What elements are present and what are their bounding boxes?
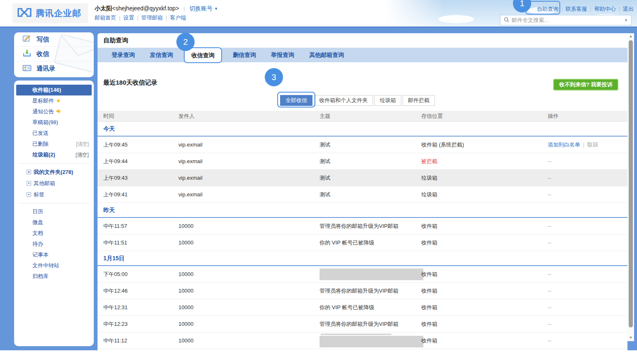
vertical-scrollbar[interactable]: ▲ ▼ [627, 33, 634, 341]
top-link-help-center[interactable]: 帮助中心 [594, 6, 616, 12]
page-title: 自助查询 [103, 37, 128, 44]
cell-subject: 测试 [320, 174, 421, 182]
cell-location: 垃圾箱 [421, 191, 548, 198]
compose-button[interactable]: 写信 [14, 32, 94, 47]
cell-sender: 10000 [178, 239, 320, 246]
compose-label: 写信 [37, 36, 49, 44]
separator: | [183, 6, 185, 12]
cell-subject: 测试 [320, 141, 421, 149]
top-link-logout[interactable]: 退出 [623, 6, 634, 12]
cell-actions: -- [548, 321, 627, 327]
receive-button[interactable]: 收信 [14, 47, 94, 61]
sidebar-tree-item[interactable]: +我的文件夹(278) [14, 166, 94, 178]
chevron-down-icon: ▼ [214, 7, 218, 11]
folder-label: 草稿箱(98) [32, 119, 58, 125]
sidebar-tree-item[interactable]: +其他邮箱 [14, 178, 94, 189]
tab-report-query[interactable]: 举报查询 [264, 48, 302, 62]
cell-location: 收件箱 [421, 320, 548, 328]
nav-link-admin-mail[interactable]: 管理邮箱 [141, 15, 163, 21]
separator: | [137, 15, 138, 21]
empty-folder-link[interactable]: [清空] [76, 139, 89, 149]
filter-inbox-personal-folders[interactable]: 收件箱和个人文件夹 [314, 95, 373, 106]
annotation-circle-3: 3 [265, 68, 283, 86]
empty-folder-link[interactable]: [清空] [76, 149, 89, 160]
expand-plus-icon[interactable]: + [27, 192, 31, 197]
nav-link-mail-home[interactable]: 邮箱首页 [95, 15, 116, 21]
cell-sender: 10000 [178, 337, 320, 344]
scroll-up-icon[interactable]: ▲ [627, 34, 634, 38]
no-action-text: -- [548, 239, 552, 246]
table-row: 上午09:44vip.exmail测试被拦截-- [98, 153, 627, 170]
cell-actions: -- [548, 191, 627, 198]
app-list: 日历微盘文档待办记事本文件中转站归档库 [14, 206, 94, 282]
cell-subject: 管理员将你的邮箱升级为VIP邮箱 [320, 320, 421, 328]
cell-time: 中午11:12 [98, 337, 178, 344]
table-row: 中午11:5710000管理员将你的邮箱升级为VIP邮箱收件箱-- [98, 218, 627, 235]
cell-actions: -- [548, 288, 627, 294]
scroll-down-icon[interactable]: ▼ [627, 336, 634, 340]
filter-junk-box[interactable]: 垃圾箱 [374, 95, 401, 106]
inbox-icon [22, 49, 32, 59]
cell-time: 上午09:44 [98, 158, 178, 165]
filter-mail-intercept[interactable]: 邮件拦截 [403, 95, 435, 106]
section-title: 最近180天收信记录 [103, 79, 157, 87]
cell-time: 上午09:45 [98, 141, 178, 149]
sidebar-app-item[interactable]: 待办 [14, 239, 94, 249]
date-group-header: 昨天 [98, 203, 627, 218]
cell-location: 收件箱 [421, 239, 548, 247]
scrollbar-thumb[interactable] [629, 40, 633, 327]
nav-link-settings[interactable]: 设置 [123, 15, 134, 21]
sidebar-tree-item[interactable]: +标签 [14, 189, 94, 200]
separator: | [166, 15, 167, 21]
table-row: 上午09:43vip.exmail测试垃圾箱-- [98, 170, 627, 186]
tab-send-query[interactable]: 发信查询 [142, 48, 181, 62]
sidebar-folder-item[interactable]: 通知公告 [14, 106, 94, 117]
search-dropdown-icon[interactable]: ▼ [624, 18, 628, 22]
switch-account-link[interactable]: 切换账号 ▼ [189, 5, 218, 12]
redacted-subject-block [320, 269, 423, 280]
sidebar-folder-item[interactable]: 已删除[清空] [14, 139, 94, 149]
exmail-logo-icon [17, 7, 32, 19]
tab-other-mailbox-query[interactable]: 其他邮箱查询 [302, 48, 351, 62]
speaker-icon [54, 108, 61, 115]
no-action-text: -- [548, 337, 552, 344]
add-whitelist-link[interactable]: 添加到白名单 [548, 142, 580, 148]
no-action-text: -- [548, 304, 552, 310]
mail-search-box[interactable]: 邮件全文搜索... ▼ [500, 15, 632, 25]
no-action-text: -- [548, 271, 552, 277]
sidebar-app-item[interactable]: 文件中转站 [14, 260, 94, 271]
sidebar-folder-item[interactable]: 垃圾箱(2)[清空] [14, 149, 94, 160]
table-row: 中午11:1210000收件箱-- [98, 332, 627, 349]
sidebar-app-item[interactable]: 微盘 [14, 217, 94, 228]
sidebar-folder-item[interactable]: 草稿箱(98) [14, 117, 94, 128]
sidebar-folder-item[interactable]: 收件箱(146) [16, 85, 92, 95]
retrieve-link[interactable]: 取回 [587, 142, 598, 148]
sidebar-app-item[interactable]: 日历 [14, 206, 94, 217]
complaint-button[interactable]: 收不到来信? 我要投诉 [553, 79, 618, 90]
nav-link-client[interactable]: 客户端 [170, 15, 186, 21]
cell-location: 被拦截 [421, 158, 548, 165]
table-row: 中午12:3110000你的 VIP 帐号已被降级收件箱-- [98, 299, 627, 316]
contacts-button[interactable]: 通讯录 [14, 61, 94, 76]
cell-location: 收件箱 [421, 271, 548, 278]
cell-subject: 你的 VIP 帐号已被降级 [320, 239, 421, 247]
folder-list: 收件箱(146)星标邮件★通知公告草稿箱(98)已发送已删除[清空]垃圾箱(2)… [14, 81, 94, 160]
no-action-text: -- [548, 158, 552, 164]
sidebar-app-item[interactable]: 文档 [14, 228, 94, 239]
cell-actions: -- [548, 175, 627, 181]
expand-plus-icon[interactable]: + [27, 181, 31, 186]
top-link-contact-support[interactable]: 联系客服 [566, 6, 587, 12]
sidebar-app-item[interactable]: 记事本 [14, 249, 94, 260]
separator: | [583, 142, 584, 148]
expand-plus-icon[interactable]: + [27, 170, 31, 174]
tab-login-query[interactable]: 登录查询 [104, 48, 142, 62]
query-tabbar: 登录查询发信查询收信查询删信查询举报查询其他邮箱查询 [98, 48, 627, 62]
sidebar-folder-item[interactable]: 星标邮件★ [14, 95, 94, 106]
sidebar-app-item[interactable]: 归档库 [14, 271, 94, 282]
table-header-row: 时间发件人主题存信位置操作 [98, 111, 627, 122]
column-header: 存信位置 [421, 112, 548, 120]
cell-location: 收件箱 [421, 287, 548, 295]
tab-delete-query[interactable]: 删信查询 [225, 48, 264, 62]
sidebar-folder-item[interactable]: 已发送 [14, 128, 94, 139]
tree-label: 我的文件夹(278) [34, 169, 73, 175]
